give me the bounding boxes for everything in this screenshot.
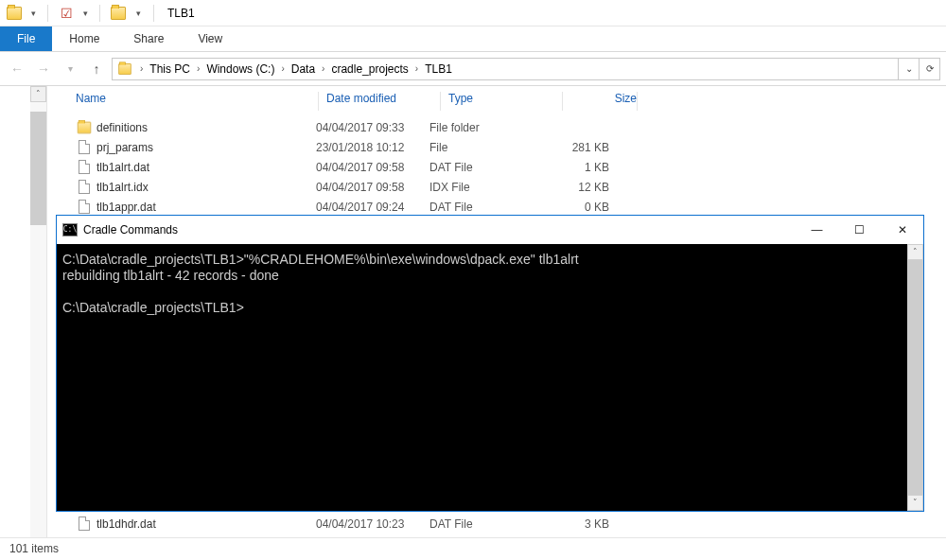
scrollbar-thumb[interactable] <box>907 260 923 495</box>
cmd-output[interactable]: C:\Data\cradle_projects\TLB1>"%CRADLEHOM… <box>57 244 907 511</box>
breadcrumb-item[interactable]: Data <box>288 59 319 79</box>
maximize-button[interactable]: ☐ <box>838 216 881 244</box>
tab-view[interactable]: View <box>181 26 239 51</box>
cell-size: 281 KB <box>543 141 609 154</box>
cell-name: prj_params <box>96 141 316 154</box>
table-row[interactable]: tlb1alrt.idx 04/04/2017 09:58 IDX File 1… <box>47 177 946 197</box>
cell-size: 3 KB <box>543 517 609 531</box>
recent-dropdown-icon[interactable]: ▾ <box>59 58 81 80</box>
titlebar: ▾ ☑ ▾ ▾ TLB1 <box>0 0 946 26</box>
chevron-right-icon[interactable]: › <box>194 63 202 74</box>
scroll-down-icon[interactable]: ˅ <box>907 495 923 511</box>
breadcrumb[interactable]: › This PC › Windows (C:) › Data › cradle… <box>112 58 940 80</box>
folder-icon <box>76 120 93 135</box>
new-folder-icon[interactable] <box>110 5 127 22</box>
cell-size: 12 KB <box>543 181 609 194</box>
sidebar-scrollbar[interactable]: ˄ <box>30 86 46 537</box>
chevron-right-icon[interactable]: › <box>137 63 146 74</box>
table-row[interactable]: tlb1appr.dat 04/04/2017 09:24 DAT File 0… <box>47 197 946 217</box>
refresh-icon[interactable]: ⟳ <box>919 59 939 79</box>
column-headers[interactable]: Name Date modified Type Size <box>47 86 946 117</box>
table-row[interactable]: tlb1dhdr.dat 04/04/2017 10:23 DAT File 3… <box>47 514 946 534</box>
cell-name: tlb1alrt.idx <box>96 181 316 194</box>
scroll-up-icon[interactable]: ˄ <box>30 86 46 102</box>
file-icon <box>76 160 93 175</box>
file-icon <box>76 200 93 215</box>
cell-date: 04/04/2017 09:33 <box>316 121 429 134</box>
cell-name: tlb1dhdr.dat <box>96 517 316 531</box>
close-button[interactable]: ✕ <box>881 216 923 244</box>
file-icon <box>76 140 93 155</box>
qat-dropdown-icon[interactable]: ▾ <box>28 5 38 22</box>
scrollbar-thumb[interactable] <box>30 112 46 225</box>
cmd-titlebar[interactable]: C:\ Cradle Commands — ☐ ✕ <box>57 216 923 244</box>
properties-icon[interactable]: ☑ <box>58 5 75 22</box>
breadcrumb-item[interactable]: Windows (C:) <box>202 59 278 79</box>
cell-type: DAT File <box>429 517 543 531</box>
col-name[interactable]: Name <box>76 92 318 111</box>
scroll-up-icon[interactable]: ˄ <box>907 244 923 260</box>
cell-type: DAT File <box>429 161 543 174</box>
table-row[interactable]: prj_params 23/01/2018 10:12 File 281 KB <box>47 137 946 157</box>
col-size[interactable]: Size <box>570 92 637 111</box>
cell-name: tlb1appr.dat <box>96 201 316 214</box>
breadcrumb-folder-icon[interactable] <box>116 61 133 77</box>
file-icon <box>76 516 93 532</box>
tab-home[interactable]: Home <box>52 26 116 51</box>
tab-share[interactable]: Share <box>116 26 181 51</box>
cell-name: definitions <box>96 121 316 134</box>
breadcrumb-item[interactable]: cradle_projects <box>327 59 412 79</box>
cell-date: 04/04/2017 10:23 <box>316 517 429 531</box>
chevron-right-icon[interactable]: › <box>412 63 421 74</box>
table-row[interactable]: tlb1alrt.dat 04/04/2017 09:58 DAT File 1… <box>47 157 946 177</box>
breadcrumb-item[interactable]: TLB1 <box>421 59 456 79</box>
chevron-right-icon[interactable]: › <box>319 63 327 74</box>
cell-name: tlb1alrt.dat <box>96 161 316 174</box>
file-icon <box>76 180 93 195</box>
qat-dropdown-icon[interactable]: ▾ <box>80 5 90 22</box>
window-title: TLB1 <box>167 7 195 20</box>
breadcrumb-dropdown-icon[interactable]: ⌄ <box>898 59 919 79</box>
cell-date: 04/04/2017 09:58 <box>316 161 429 174</box>
command-prompt-window[interactable]: C:\ Cradle Commands — ☐ ✕ C:\Data\cradle… <box>56 215 924 512</box>
cell-type: File folder <box>429 121 543 134</box>
item-count: 101 items <box>9 542 59 555</box>
cell-type: IDX File <box>429 181 543 194</box>
cell-date: 23/01/2018 10:12 <box>316 141 429 154</box>
navbar: ← → ▾ ↑ › This PC › Windows (C:) › Data … <box>0 52 946 86</box>
col-type[interactable]: Type <box>448 92 562 111</box>
cell-date: 04/04/2017 09:24 <box>316 201 429 214</box>
cell-type: DAT File <box>429 201 543 214</box>
cmd-icon: C:\ <box>62 223 78 236</box>
ribbon: File Home Share View <box>0 26 946 52</box>
folder-icon[interactable] <box>6 5 23 22</box>
forward-button[interactable]: → <box>32 58 55 80</box>
chevron-right-icon[interactable]: › <box>278 63 287 74</box>
cmd-scrollbar[interactable]: ˄ ˅ <box>907 244 923 511</box>
col-date[interactable]: Date modified <box>326 92 440 111</box>
tab-file[interactable]: File <box>0 26 52 51</box>
back-button[interactable]: ← <box>6 58 28 80</box>
nav-sidebar[interactable]: ˄ <box>0 86 47 537</box>
breadcrumb-item[interactable]: This PC <box>146 59 194 79</box>
quick-access-toolbar: ▾ ☑ ▾ ▾ TLB1 <box>0 5 201 22</box>
table-row[interactable]: definitions 04/04/2017 09:33 File folder <box>47 117 946 137</box>
cmd-title: Cradle Commands <box>83 223 178 236</box>
cell-size: 0 KB <box>543 201 609 214</box>
cell-date: 04/04/2017 09:58 <box>316 181 429 194</box>
qat-customize-icon[interactable]: ▾ <box>132 5 144 22</box>
status-bar: 101 items <box>0 537 946 560</box>
up-button[interactable]: ↑ <box>85 58 108 80</box>
cell-size: 1 KB <box>543 161 609 174</box>
minimize-button[interactable]: — <box>796 216 838 244</box>
cell-type: File <box>429 141 543 154</box>
